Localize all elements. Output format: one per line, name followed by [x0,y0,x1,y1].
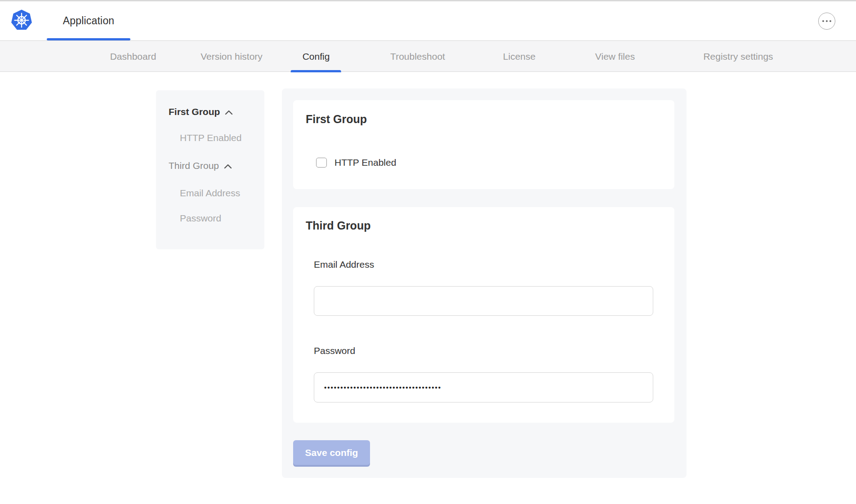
sidebar-item-label: Email Address [180,187,240,199]
tab-application[interactable]: Application [47,1,130,40]
overflow-menu-button[interactable] [818,13,835,30]
subnav-tab-troubleshoot[interactable]: Troubleshoot [390,41,445,72]
save-config-button[interactable]: Save config [293,440,370,465]
sidebar-item-label: HTTP Enabled [180,132,241,144]
chevron-up-icon [225,106,233,118]
sidebar-item-label: Password [180,212,221,224]
http-enabled-row: HTTP Enabled [316,157,396,168]
ellipsis-icon [829,20,832,22]
chevron-up-icon [224,160,232,172]
subnav-tab-label: Config [303,51,330,62]
sidebar-item-label: Third Group [169,160,219,172]
sidebar-item-label: First Group [169,106,220,118]
password-input[interactable] [314,372,653,402]
app-header: Application [0,1,856,41]
sidebar-item-password[interactable]: Password [180,212,221,224]
active-tab-underline [47,38,130,40]
http-enabled-label[interactable]: HTTP Enabled [334,157,396,168]
subnav-tab-registry-settings[interactable]: Registry settings [703,41,773,72]
subnav-tab-license[interactable]: License [503,41,535,72]
subnav-bar: Dashboard Version history Config Trouble… [0,41,856,72]
kubernetes-logo-icon [10,8,33,32]
subnav-tab-version-history[interactable]: Version history [201,41,263,72]
group-title: First Group [306,113,367,126]
sidebar-item-third-group[interactable]: Third Group [169,160,232,172]
config-group-card-third: Third Group Email Address Password [293,207,674,423]
sidebar-item-http-enabled[interactable]: HTTP Enabled [180,132,241,144]
subnav-tab-label: Version history [201,51,263,62]
subnav-tab-label: Registry settings [703,51,773,62]
http-enabled-checkbox[interactable] [316,158,327,168]
active-subnav-underline [291,70,341,72]
group-title: Third Group [306,219,370,232]
config-panel: First Group HTTP Enabled Third Group Ema… [282,88,687,478]
password-label: Password [314,345,355,356]
subnav-tab-view-files[interactable]: View files [595,41,635,72]
ellipsis-icon [826,20,828,22]
sidebar-item-first-group[interactable]: First Group [169,106,233,118]
config-sidebar: First Group HTTP Enabled Third Group Ema… [156,90,264,249]
subnav-tab-label: Dashboard [110,51,156,62]
config-group-card-first: First Group HTTP Enabled [293,100,674,189]
sidebar-item-email-address[interactable]: Email Address [180,187,240,199]
ellipsis-icon [822,20,825,22]
subnav-tab-label: View files [595,51,635,62]
subnav-tab-label: License [503,51,535,62]
subnav-tab-config[interactable]: Config [303,41,330,72]
subnav-tab-label: Troubleshoot [390,51,445,62]
tab-application-label: Application [63,15,115,27]
email-address-input[interactable] [314,286,653,316]
admin-console-page: Application Dashboard Version history Co… [0,0,856,504]
subnav-tab-dashboard[interactable]: Dashboard [110,41,156,72]
email-address-label: Email Address [314,259,374,270]
